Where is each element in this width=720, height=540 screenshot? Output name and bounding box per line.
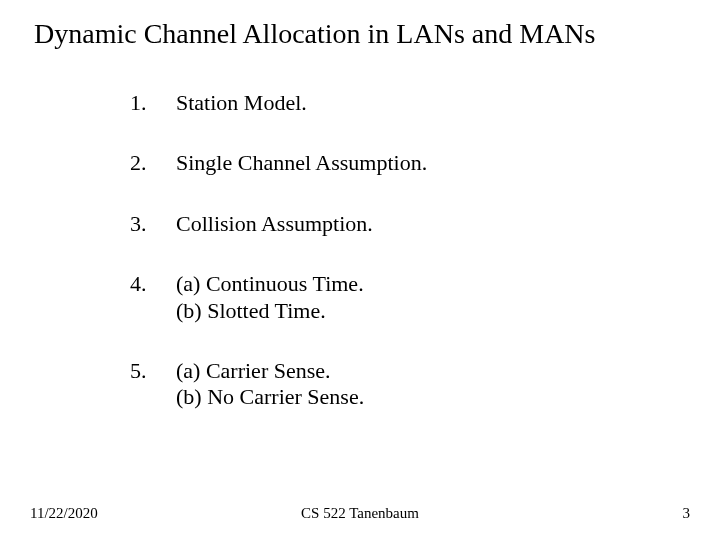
footer-page-number: 3 [683,505,691,522]
slide-footer: 11/22/2020 CS 522 Tanenbaum 3 [30,505,690,522]
list-item-number: 2. [130,150,176,176]
slide: Dynamic Channel Allocation in LANs and M… [0,0,720,540]
list-item-text: Single Channel Assumption. [176,150,427,176]
list-item-text: (a) Carrier Sense.(b) No Carrier Sense. [176,358,364,411]
list-item: 1. Station Model. [130,90,690,116]
list-item: 3. Collision Assumption. [130,211,690,237]
list-item-number: 4. [130,271,176,297]
list-item-number: 5. [130,358,176,384]
footer-date: 11/22/2020 [30,505,98,522]
footer-center-text: CS 522 Tanenbaum [301,505,419,522]
list-item: 2. Single Channel Assumption. [130,150,690,176]
list-item-text: Station Model. [176,90,307,116]
list-item: 4. (a) Continuous Time.(b) Slotted Time. [130,271,690,324]
list-item-number: 3. [130,211,176,237]
list-item-text: (a) Continuous Time.(b) Slotted Time. [176,271,364,324]
numbered-list: 1. Station Model. 2. Single Channel Assu… [130,90,690,411]
list-item: 5. (a) Carrier Sense.(b) No Carrier Sens… [130,358,690,411]
list-item-text: Collision Assumption. [176,211,373,237]
slide-title: Dynamic Channel Allocation in LANs and M… [34,18,690,50]
list-item-number: 1. [130,90,176,116]
